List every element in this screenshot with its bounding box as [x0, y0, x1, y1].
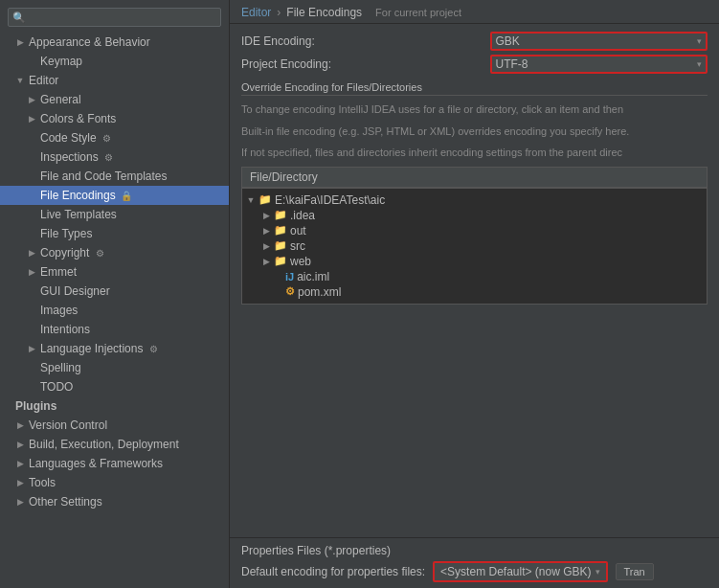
sidebar-item-label: Emmet — [40, 265, 77, 279]
info-text-2: Built-in file encoding (e.g. JSP, HTML o… — [241, 124, 708, 140]
ide-encoding-value: GBK — [496, 34, 520, 48]
sidebar-item-label: Inspections — [40, 150, 99, 164]
breadcrumb-parent: Editor — [241, 6, 271, 19]
folder-icon: 📁 — [258, 193, 272, 206]
dropdown-arrow-icon: ▾ — [697, 36, 702, 46]
info-text-1: To change encoding IntelliJ IDEA uses fo… — [241, 102, 708, 118]
properties-section: Properties Files (*.properties) Default … — [230, 537, 719, 588]
tree-item-label: web — [290, 255, 311, 268]
sidebar-item-appearance[interactable]: ▶ Appearance & Behavior — [0, 33, 229, 52]
sidebar-item-other-settings[interactable]: ▶ Other Settings — [0, 492, 229, 511]
sidebar-item-languages[interactable]: ▶ Languages & Frameworks — [0, 454, 229, 473]
sidebar-search-container[interactable]: 🔍 — [8, 8, 221, 27]
project-encoding-label: Project Encoding: — [241, 57, 483, 71]
sidebar-item-general[interactable]: ▶ General — [0, 90, 229, 109]
sidebar-item-images[interactable]: ▶ Images — [0, 301, 229, 320]
sidebar-item-copyright[interactable]: ▶ Copyright ⚙ — [0, 243, 229, 262]
sidebar-item-label: Build, Execution, Deployment — [29, 438, 179, 451]
settings-icon: ⚙ — [102, 152, 116, 163]
sidebar-item-label: Keymap — [40, 55, 82, 68]
folder-icon: 📁 — [274, 239, 287, 252]
sidebar-item-label: File and Code Templates — [40, 170, 168, 183]
sidebar-item-code-style[interactable]: ▶ Code Style ⚙ — [0, 128, 229, 147]
folder-icon: 📁 — [274, 209, 287, 221]
properties-label: Default encoding for properties files: — [241, 565, 425, 578]
lock-icon: 🔒 — [120, 191, 133, 201]
sidebar-item-label: Appearance & Behavior — [29, 35, 150, 49]
tree-root[interactable]: ▼ 📁 E:\kaiFa\IDEATest\aic — [242, 192, 707, 208]
sidebar-item-plugins[interactable]: Plugins — [0, 396, 229, 416]
sidebar-item-build[interactable]: ▶ Build, Execution, Deployment — [0, 435, 229, 454]
ide-encoding-label: IDE Encoding: — [241, 34, 483, 48]
tree-root-label: E:\kaiFa\IDEATest\aic — [275, 193, 385, 207]
breadcrumb-current: File Encodings — [286, 6, 362, 19]
sidebar-item-inspections[interactable]: ▶ Inspections ⚙ — [0, 147, 229, 167]
project-encoding-select[interactable]: UTF-8 ▾ — [490, 55, 708, 74]
tree-item-src[interactable]: ▶ 📁 src — [242, 238, 707, 254]
triangle-icon: ▶ — [15, 478, 25, 487]
sidebar-item-file-encodings[interactable]: ▶ File Encodings 🔒 — [0, 186, 229, 205]
main-content: IDE Encoding: GBK ▾ Project Encoding: UT… — [230, 24, 719, 537]
main-panel: Editor › File Encodings For current proj… — [230, 0, 719, 588]
sidebar-item-file-types[interactable]: ▶ File Types — [0, 224, 229, 243]
sidebar-item-intentions[interactable]: ▶ Intentions — [0, 320, 229, 339]
triangle-icon: ▶ — [27, 248, 36, 258]
sidebar-item-label: General — [40, 93, 81, 106]
properties-encoding-value: <System Default> (now GBK) — [440, 565, 591, 578]
sidebar-item-file-code-templates[interactable]: ▶ File and Code Templates — [0, 167, 229, 186]
properties-encoding-select[interactable]: <System Default> (now GBK) ▾ — [433, 561, 607, 582]
iml-file-icon: iJ — [285, 271, 294, 283]
sidebar-item-version-control[interactable]: ▶ Version Control — [0, 416, 229, 435]
sidebar-item-todo[interactable]: ▶ TODO — [0, 377, 229, 396]
triangle-icon: ▶ — [15, 37, 25, 47]
dropdown-arrow-icon: ▾ — [697, 59, 702, 69]
sidebar-item-tools[interactable]: ▶ Tools — [0, 473, 229, 492]
info-text-3: If not specified, files and directories … — [241, 145, 708, 161]
triangle-icon: ▶ — [261, 241, 271, 251]
sidebar-item-keymap[interactable]: ▶ Keymap — [0, 52, 229, 71]
tree-item-label: pom.xml — [298, 285, 341, 299]
sidebar-item-live-templates[interactable]: ▶ Live Templates — [0, 205, 229, 224]
properties-row: Default encoding for properties files: <… — [241, 561, 708, 582]
tree-item-web[interactable]: ▶ 📁 web — [242, 254, 707, 269]
tree-item-idea[interactable]: ▶ 📁 .idea — [242, 208, 707, 223]
tree-item-out[interactable]: ▶ 📁 out — [242, 223, 707, 238]
tree-item-aic-iml[interactable]: ▶ iJ aic.iml — [242, 269, 707, 284]
sidebar-item-spelling[interactable]: ▶ Spelling — [0, 358, 229, 377]
tree-item-label: .idea — [290, 209, 315, 222]
triangle-icon: ▶ — [27, 344, 36, 353]
dropdown-arrow-icon: ▾ — [595, 567, 600, 577]
search-input[interactable] — [30, 11, 216, 24]
sidebar-item-label: Copyright — [40, 246, 89, 260]
tree-item-label: aic.iml — [297, 270, 329, 283]
triangle-icon: ▶ — [261, 211, 271, 220]
folder-icon: 📁 — [274, 255, 287, 267]
sidebar-item-label: Languages & Frameworks — [29, 457, 163, 470]
sidebar-item-label: Images — [40, 304, 78, 317]
triangle-icon: ▼ — [15, 76, 25, 85]
sidebar-item-emmet[interactable]: ▶ Emmet — [0, 262, 229, 282]
sidebar-item-colors-fonts[interactable]: ▶ Colors & Fonts — [0, 109, 229, 128]
triangle-icon: ▶ — [261, 226, 271, 236]
triangle-icon: ▶ — [27, 267, 36, 277]
sidebar-item-language-injections[interactable]: ▶ Language Injections ⚙ — [0, 339, 229, 358]
sidebar-item-label: Version Control — [29, 418, 107, 432]
tree-item-label: src — [290, 239, 305, 253]
breadcrumb-separator: › — [277, 6, 281, 19]
sidebar-item-label: Colors & Fonts — [40, 112, 116, 125]
transparent-button[interactable]: Tran — [616, 563, 654, 580]
sidebar-item-label: Plugins — [15, 399, 56, 413]
breadcrumb: Editor › File Encodings For current proj… — [230, 0, 719, 24]
ide-encoding-select[interactable]: GBK ▾ — [490, 32, 708, 51]
triangle-icon: ▶ — [27, 95, 36, 104]
sidebar-item-editor[interactable]: ▼ Editor — [0, 71, 229, 90]
tree-item-label: out — [290, 224, 306, 237]
sidebar-item-label: Tools — [29, 476, 56, 489]
triangle-icon: ▶ — [15, 420, 25, 430]
xml-file-icon: ⚙ — [285, 285, 295, 298]
sidebar-item-label: Code Style — [40, 131, 97, 145]
sidebar-item-label: Other Settings — [29, 495, 102, 509]
tree-item-pom-xml[interactable]: ▶ ⚙ pom.xml — [242, 284, 707, 300]
sidebar-item-gui-designer[interactable]: ▶ GUI Designer — [0, 282, 229, 301]
sidebar-item-label: File Types — [40, 227, 92, 240]
